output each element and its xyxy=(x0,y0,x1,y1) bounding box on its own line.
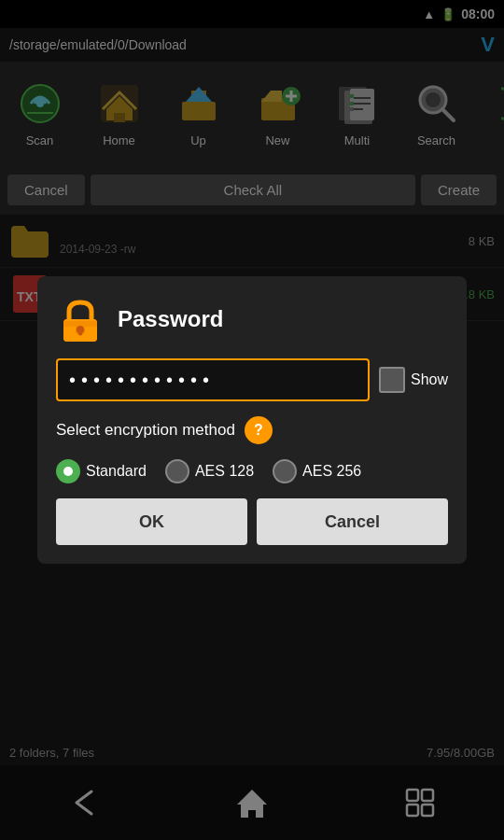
radio-group: Standard AES 128 AES 256 xyxy=(56,459,448,483)
modal-buttons: OK Cancel xyxy=(56,498,448,545)
password-modal: Password Show Select encryption method ? xyxy=(37,276,467,564)
radio-aes128[interactable] xyxy=(165,459,189,483)
lock-icon xyxy=(56,295,105,343)
radio-standard-label: Standard xyxy=(86,463,147,480)
password-row: Show xyxy=(56,358,448,401)
encryption-label: Select encryption method xyxy=(56,421,235,440)
radio-aes256[interactable] xyxy=(273,459,297,483)
radio-standard[interactable] xyxy=(56,459,80,483)
ok-button[interactable]: OK xyxy=(56,498,247,545)
encryption-method-row: Select encryption method ? xyxy=(56,416,448,444)
modal-cancel-button[interactable]: Cancel xyxy=(257,498,448,545)
password-input[interactable] xyxy=(56,358,370,401)
show-checkbox-wrapper: Show xyxy=(379,367,448,393)
radio-aes128-label: AES 128 xyxy=(195,463,254,480)
radio-item-aes128[interactable]: AES 128 xyxy=(165,459,254,483)
radio-inner-standard xyxy=(63,467,73,476)
help-icon[interactable]: ? xyxy=(245,416,273,444)
radio-item-aes256[interactable]: AES 256 xyxy=(273,459,361,483)
modal-overlay: Password Show Select encryption method ? xyxy=(0,0,504,840)
radio-item-standard[interactable]: Standard xyxy=(56,459,147,483)
modal-title-row: Password xyxy=(56,295,448,343)
radio-aes256-label: AES 256 xyxy=(302,463,361,480)
show-label: Show xyxy=(411,371,448,388)
modal-title: Password xyxy=(118,306,223,332)
help-symbol: ? xyxy=(254,422,263,439)
svg-rect-31 xyxy=(78,329,82,335)
show-checkbox[interactable] xyxy=(379,367,405,393)
